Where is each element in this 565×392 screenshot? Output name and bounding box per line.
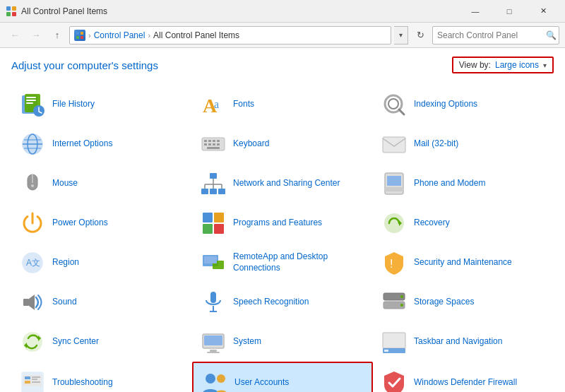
- cp-item-label-internet-options: Internet Options: [52, 138, 112, 150]
- close-button[interactable]: ✕: [527, 0, 559, 23]
- cp-item-recovery[interactable]: Recovery: [373, 203, 554, 243]
- cp-item-speech-recognition[interactable]: Speech Recognition: [192, 283, 373, 322]
- breadcrumb-current: All Control Panel Items: [153, 30, 239, 40]
- forward-button[interactable]: →: [27, 26, 45, 44]
- sync-icon: [18, 328, 47, 356]
- svg-point-69: [400, 304, 403, 307]
- region-icon: A文: [18, 249, 47, 277]
- title-bar-left: All Control Panel Items: [6, 6, 107, 17]
- cp-item-sound[interactable]: Sound: [11, 283, 192, 322]
- svg-rect-31: [213, 143, 215, 145]
- cp-item-sync-center[interactable]: Sync Center: [11, 322, 192, 362]
- cp-item-user-accounts[interactable]: User Accounts: [192, 362, 373, 392]
- cp-item-power-options[interactable]: Power Options: [11, 203, 192, 243]
- svg-rect-61: [23, 299, 29, 306]
- view-by-arrow-icon: ▾: [543, 61, 547, 69]
- refresh-button[interactable]: ↻: [411, 26, 429, 44]
- cp-item-file-history[interactable]: File History: [11, 85, 192, 124]
- sep2: ›: [148, 31, 150, 40]
- svg-rect-75: [210, 350, 217, 352]
- svg-rect-3: [12, 12, 16, 16]
- cp-item-label-security-maintenance: Security and Maintenance: [414, 257, 512, 268]
- cp-item-mail[interactable]: Mail (32-bit): [373, 124, 554, 164]
- svg-rect-77: [383, 333, 405, 348]
- cp-item-label-programs-features: Programs and Features: [233, 218, 322, 229]
- taskbar-icon: [380, 328, 408, 356]
- svg-rect-84: [32, 379, 37, 380]
- svg-rect-12: [26, 102, 33, 104]
- cp-item-mouse[interactable]: Mouse: [11, 164, 192, 203]
- phone-icon: [380, 170, 408, 198]
- cp-item-label-region: Region: [52, 257, 79, 268]
- content-area: Adjust your computer's settings View by:…: [0, 48, 565, 392]
- cp-item-label-indexing-options: Indexing Options: [414, 99, 477, 110]
- cp-item-security-maintenance[interactable]: !Security and Maintenance: [373, 243, 554, 283]
- svg-rect-40: [210, 189, 217, 194]
- svg-rect-1: [12, 6, 16, 11]
- svg-rect-82: [25, 376, 30, 379]
- cp-item-windows-defender[interactable]: Windows Defender Firewall: [373, 362, 554, 392]
- svg-rect-29: [204, 143, 207, 145]
- up-button[interactable]: ↑: [48, 26, 66, 44]
- minimize-button[interactable]: —: [459, 0, 492, 23]
- breadcrumb-control-panel[interactable]: Control Panel: [94, 30, 145, 40]
- title-bar: All Control Panel Items — □ ✕: [0, 0, 565, 23]
- troubleshoot-icon: [18, 369, 47, 392]
- cp-item-region[interactable]: A文Region: [11, 243, 192, 283]
- view-by-label: View by:: [459, 60, 491, 70]
- sound-icon: [18, 288, 47, 316]
- maximize-button[interactable]: □: [493, 0, 525, 23]
- svg-rect-50: [214, 213, 224, 222]
- svg-rect-63: [210, 292, 216, 303]
- svg-rect-32: [217, 143, 220, 145]
- svg-rect-0: [6, 6, 11, 11]
- mouse-icon: [18, 170, 47, 198]
- speech-icon: [199, 288, 227, 316]
- cp-item-keyboard[interactable]: Keyboard: [192, 124, 373, 164]
- search-box[interactable]: 🔍: [432, 26, 559, 44]
- cp-item-label-mail: Mail (32-bit): [414, 138, 458, 150]
- svg-text:A文: A文: [26, 258, 40, 268]
- items-grid: File HistoryAaFontsIndexing OptionsInter…: [11, 85, 554, 392]
- svg-rect-10: [26, 97, 36, 98]
- cp-item-label-mouse: Mouse: [52, 178, 78, 189]
- svg-rect-59: [204, 256, 217, 263]
- search-icon: 🔍: [546, 30, 557, 40]
- back-button[interactable]: ←: [6, 26, 24, 44]
- cp-item-phone-modem[interactable]: Phone and Modem: [373, 164, 554, 203]
- defender-icon: [380, 369, 408, 392]
- cp-item-label-phone-modem: Phone and Modem: [414, 178, 485, 189]
- svg-rect-85: [25, 381, 30, 384]
- cp-item-programs-features[interactable]: Programs and Features: [192, 203, 373, 243]
- file-history-icon: [18, 90, 47, 119]
- cp-item-fonts[interactable]: AaFonts: [192, 85, 373, 124]
- address-field[interactable]: › Control Panel › All Control Panel Item…: [69, 26, 391, 44]
- panel-header: Adjust your computer's settings View by:…: [11, 57, 554, 73]
- cp-item-label-user-accounts: User Accounts: [234, 377, 289, 388]
- svg-rect-86: [32, 381, 40, 383]
- cp-item-indexing-options[interactable]: Indexing Options: [373, 85, 554, 124]
- view-by-control[interactable]: View by: Large icons ▾: [452, 57, 554, 73]
- cp-item-network-sharing[interactable]: Network and Sharing Center: [192, 164, 373, 203]
- cp-item-troubleshooting[interactable]: Troubleshooting: [11, 362, 192, 392]
- svg-rect-38: [210, 173, 217, 179]
- svg-rect-5: [81, 32, 83, 35]
- cp-item-taskbar-navigation[interactable]: Taskbar and Navigation: [373, 322, 554, 362]
- title-bar-controls: — □ ✕: [459, 0, 559, 23]
- cp-item-remoteapp[interactable]: RemoteApp and Desktop Connections: [192, 243, 373, 283]
- search-input[interactable]: [437, 30, 543, 40]
- cp-item-label-taskbar-navigation: Taskbar and Navigation: [414, 336, 502, 348]
- view-by-value: Large icons: [495, 60, 539, 70]
- svg-point-37: [31, 184, 34, 187]
- cp-item-internet-options[interactable]: Internet Options: [11, 124, 192, 164]
- cp-item-storage-spaces[interactable]: Storage Spaces: [373, 283, 554, 322]
- mail-icon: [380, 130, 408, 158]
- address-dropdown[interactable]: ▾: [394, 26, 408, 44]
- cp-item-label-troubleshooting: Troubleshooting: [52, 377, 113, 388]
- network-icon: [199, 170, 227, 198]
- cp-item-system[interactable]: System: [192, 322, 373, 362]
- cp-icon: [74, 30, 85, 41]
- svg-rect-52: [214, 224, 224, 234]
- cp-item-label-sound: Sound: [52, 297, 77, 308]
- svg-rect-41: [218, 189, 225, 194]
